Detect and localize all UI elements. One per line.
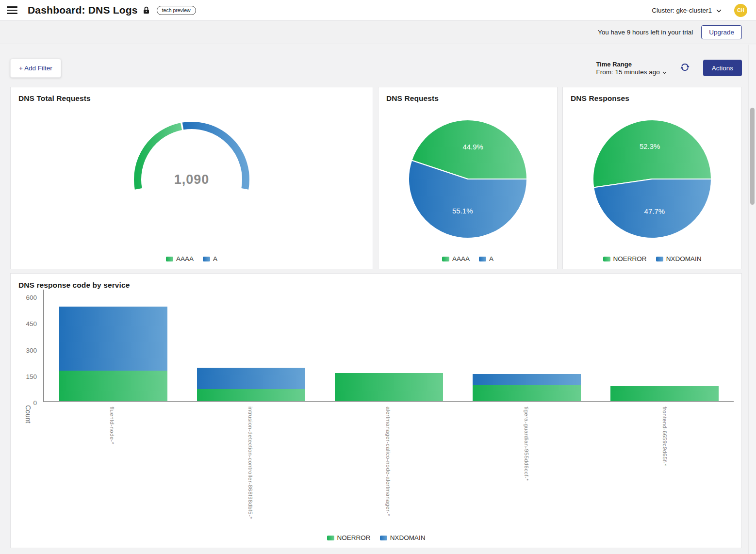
legend-item-A[interactable]: A	[479, 255, 493, 262]
page-title: Dashboard: DNS Logs	[28, 4, 138, 16]
legend-swatch	[656, 257, 663, 261]
chart-legend: AAAAA	[11, 255, 373, 262]
bar-segment-NOERROR[interactable]	[335, 373, 443, 401]
cluster-selector[interactable]: Cluster: gke-cluster1	[651, 4, 723, 17]
scrollbar-track[interactable]	[748, 45, 756, 554]
legend-swatch	[603, 257, 610, 261]
x-axis-label-wrap: intrusion-detection-controller-868f98dbf…	[181, 402, 320, 521]
bar-segment-NOERROR[interactable]	[610, 386, 719, 401]
dns-requests-card: DNS Requests 44.9%55.1% AAAAA	[378, 87, 558, 269]
chevron-down-icon	[716, 7, 722, 14]
toolbar: + Add Filter Time Range From: 15 minutes…	[10, 57, 742, 79]
legend-label: A	[213, 255, 217, 262]
y-axis-ticks: 0150300450600	[18, 290, 43, 402]
bar-band	[596, 296, 734, 401]
lock-icon	[143, 6, 149, 14]
chevron-down-icon	[662, 68, 667, 76]
actions-button[interactable]: Actions	[703, 60, 742, 76]
y-tick-label: 300	[26, 347, 37, 354]
trial-banner: You have 9 hours left in your trial Upgr…	[0, 21, 756, 44]
y-tick-label: 0	[33, 399, 37, 407]
y-tick-label: 450	[26, 320, 37, 327]
legend-label: AAAA	[452, 255, 470, 262]
x-axis-label: frontend-6659c9d65f-*	[662, 407, 668, 521]
bar-segment-NOERROR[interactable]	[59, 371, 167, 401]
bar-segment-NXDOMAIN[interactable]	[473, 374, 581, 386]
dns-total-requests-card: DNS Total Requests 1,090 AAAAA	[10, 87, 373, 269]
legend-label: A	[489, 255, 493, 262]
card-title: DNS Total Requests	[18, 94, 365, 103]
x-axis-labels-row: Count fluentd-node-*intrusion-detection-…	[18, 402, 734, 521]
legend-swatch	[479, 257, 486, 261]
legend-item-NXDOMAIN[interactable]: NXDOMAIN	[656, 255, 702, 262]
legend-item-A[interactable]: A	[203, 255, 217, 262]
x-axis-label: fluentd-node-*	[109, 407, 115, 521]
gauge-chart[interactable]: 1,090	[131, 121, 252, 192]
x-axis-label-wrap: fluentd-node-*	[43, 402, 181, 521]
legend-label: NXDOMAIN	[666, 255, 702, 262]
legend-swatch	[380, 536, 387, 540]
time-range: Time Range From: 15 minutes ago	[596, 61, 666, 76]
bar-segment-NOERROR[interactable]	[473, 385, 581, 401]
bar-chart-plot[interactable]	[43, 290, 734, 402]
x-axis-label: intrusion-detection-controller-868f98dbf…	[247, 407, 253, 521]
bar-band	[320, 296, 458, 401]
stacked-bar-fluentd-node-*[interactable]	[59, 307, 167, 401]
legend-swatch	[327, 536, 334, 540]
pie-chart[interactable]: 52.3%47.7%	[592, 118, 713, 240]
legend-item-AAAA[interactable]: AAAA	[166, 255, 194, 262]
x-axis-label: alertmanager-calico-node-alertmanager-*	[385, 407, 391, 521]
refresh-button[interactable]	[680, 62, 690, 74]
legend-item-NOERROR[interactable]: NOERROR	[327, 534, 371, 541]
dashboard-content: + Add Filter Time Range From: 15 minutes…	[0, 44, 756, 554]
pie-slice-label: 52.3%	[640, 142, 660, 150]
legend-swatch	[203, 257, 210, 261]
bar-band	[182, 296, 320, 401]
scrollbar-thumb[interactable]	[750, 108, 755, 205]
pie-slice-label: 55.1%	[452, 207, 473, 215]
stacked-bar-frontend-6659c9d65f-*[interactable]	[610, 386, 719, 401]
x-axis-label: tigera-guardian-955dd6ccf-*	[524, 407, 529, 521]
stacked-bar-alertmanager-calico-node-alertmanager-*[interactable]	[335, 373, 443, 401]
trial-message: You have 9 hours left in your trial	[598, 29, 693, 36]
y-axis-title: Count	[18, 402, 43, 521]
dns-responses-card: DNS Responses 52.3%47.7% NOERRORNXDOMAIN	[562, 87, 742, 269]
chart-legend: NOERRORNXDOMAIN	[563, 255, 741, 262]
upgrade-button[interactable]: Upgrade	[701, 25, 742, 39]
chart-legend: NOERRORNXDOMAIN	[11, 534, 741, 541]
pie-slice-NOERROR[interactable]	[593, 120, 711, 188]
cluster-label: Cluster: gke-cluster1	[652, 7, 712, 14]
legend-swatch	[166, 257, 173, 261]
bar-segment-NXDOMAIN[interactable]	[59, 307, 167, 371]
legend-item-NOERROR[interactable]: NOERROR	[603, 255, 647, 262]
legend-label: NXDOMAIN	[390, 534, 426, 541]
bar-segment-NOERROR[interactable]	[197, 389, 305, 401]
legend-item-NXDOMAIN[interactable]: NXDOMAIN	[380, 534, 426, 541]
hamburger-menu-button[interactable]	[7, 5, 18, 15]
y-tick-label: 150	[26, 373, 37, 380]
app-header: Dashboard: DNS Logs tech preview Cluster…	[0, 0, 756, 21]
card-title: DNS Responses	[571, 94, 734, 103]
bar-band	[44, 296, 182, 401]
legend-item-AAAA[interactable]: AAAA	[442, 255, 470, 262]
avatar[interactable]: CH	[734, 4, 747, 17]
tech-preview-badge: tech preview	[157, 6, 196, 15]
pie-slice-label: 47.7%	[644, 207, 665, 215]
stacked-bar-intrusion-detection-controller-868f98dbf5-*[interactable]	[197, 368, 305, 401]
legend-label: NOERROR	[337, 534, 371, 541]
refresh-icon	[680, 62, 690, 74]
x-axis-label-wrap: frontend-6659c9d65f-*	[595, 402, 734, 521]
card-title: DNS response code by service	[18, 281, 734, 290]
pie-slice-label: 44.9%	[462, 143, 483, 151]
stacked-bar-tigera-guardian-955dd6ccf-*[interactable]	[473, 374, 581, 401]
pie-chart[interactable]: 44.9%55.1%	[407, 118, 528, 240]
add-filter-button[interactable]: + Add Filter	[10, 59, 61, 78]
y-tick-label: 600	[26, 294, 37, 301]
time-range-dropdown[interactable]: From: 15 minutes ago	[596, 68, 666, 76]
chart-legend: AAAAA	[378, 255, 557, 262]
time-range-value: From: 15 minutes ago	[596, 68, 659, 76]
x-axis-label-wrap: alertmanager-calico-node-alertmanager-*	[319, 402, 458, 521]
x-axis-label-wrap: tigera-guardian-955dd6ccf-*	[458, 402, 596, 521]
bar-segment-NXDOMAIN[interactable]	[197, 368, 305, 389]
legend-label: NOERROR	[613, 255, 647, 262]
